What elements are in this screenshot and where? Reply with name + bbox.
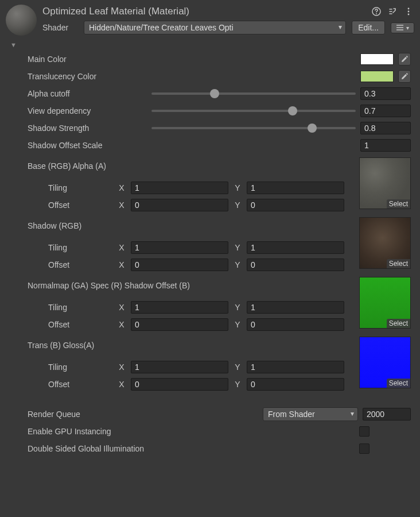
view-dependency-slider[interactable] xyxy=(151,110,356,112)
shadow-offset-scale-field[interactable] xyxy=(360,139,411,152)
inspector-header: Optimized Leaf Material (Material) Shade… xyxy=(2,2,418,37)
preset-icon[interactable] xyxy=(387,6,398,17)
x-label: X xyxy=(117,243,126,252)
svg-point-3 xyxy=(408,11,410,13)
offset-label: Offset xyxy=(9,200,112,210)
texture-section: Trans (B) Gloss(A) Tiling X Y Offset X Y… xyxy=(9,337,411,393)
view-dependency-field[interactable] xyxy=(360,105,411,117)
eyedropper-icon[interactable] xyxy=(398,70,411,83)
offset-x-field[interactable] xyxy=(131,378,228,391)
shadow-offset-scale-row: Shadow Offset Scale xyxy=(9,137,411,154)
texture-thumbnail[interactable]: Select xyxy=(359,157,411,209)
texture-name-label: Shadow (RGB) xyxy=(9,221,81,230)
tiling-x-field[interactable] xyxy=(131,182,228,194)
properties-body: Main Color Translucency Color Alpha cuto… xyxy=(2,49,418,458)
shader-label: Shader xyxy=(42,23,78,32)
shader-dropdown[interactable]: Hidden/Nature/Tree Creator Leaves Opti xyxy=(84,21,346,34)
y-label: Y xyxy=(233,243,242,252)
main-color-row: Main Color xyxy=(9,51,411,68)
offset-x-field[interactable] xyxy=(131,318,228,331)
offset-label: Offset xyxy=(9,260,112,269)
tiling-x-field[interactable] xyxy=(131,361,228,373)
offset-x-field[interactable] xyxy=(131,199,228,211)
offset-y-field[interactable] xyxy=(247,199,344,211)
texture-name-label: Normalmap (GA) Spec (R) Shadow Offset (B… xyxy=(9,281,190,290)
y-label: Y xyxy=(233,183,242,192)
tiling-y-field[interactable] xyxy=(247,301,344,314)
alpha-cutoff-row: Alpha cutoff xyxy=(9,85,411,102)
tiling-label: Tiling xyxy=(9,243,112,252)
texture-section: Normalmap (GA) Spec (R) Shadow Offset (B… xyxy=(9,277,411,333)
x-label: X xyxy=(117,320,126,329)
select-label: Select xyxy=(387,259,410,268)
y-label: Y xyxy=(233,362,242,372)
offset-label: Offset xyxy=(9,380,112,389)
tiling-y-field[interactable] xyxy=(247,241,344,254)
tiling-x-field[interactable] xyxy=(131,301,228,314)
foldout-toggle[interactable]: ▼ xyxy=(10,41,17,48)
main-color-label: Main Color xyxy=(9,55,147,64)
texture-name-label: Base (RGB) Alpha (A) xyxy=(9,161,106,171)
shadow-strength-field[interactable] xyxy=(360,122,411,134)
texture-section: Base (RGB) Alpha (A) Tiling X Y Offset X… xyxy=(9,157,411,214)
material-title: Optimized Leaf Material (Material) xyxy=(42,6,366,17)
edit-shader-button[interactable]: Edit... xyxy=(352,21,385,34)
texture-name-label: Trans (B) Gloss(A) xyxy=(9,341,94,350)
texture-thumbnail[interactable]: Select xyxy=(359,217,411,269)
menu-icon[interactable] xyxy=(403,6,414,17)
header-main: Optimized Leaf Material (Material) Shade… xyxy=(42,6,414,34)
select-label: Select xyxy=(387,199,410,209)
dsgi-row: Double Sided Global Illumination xyxy=(9,440,411,457)
tiling-label: Tiling xyxy=(9,183,112,192)
help-icon[interactable] xyxy=(371,6,382,17)
alpha-cutoff-slider[interactable] xyxy=(151,92,356,95)
material-preview-sphere[interactable] xyxy=(6,5,37,36)
render-queue-label: Render Queue xyxy=(9,410,147,419)
tiling-label: Tiling xyxy=(9,303,112,312)
gpu-instancing-label: Enable GPU Instancing xyxy=(9,427,355,436)
tiling-label: Tiling xyxy=(9,362,112,372)
eyedropper-icon[interactable] xyxy=(398,53,411,65)
render-queue-field[interactable] xyxy=(363,408,411,420)
y-label: Y xyxy=(233,380,242,389)
x-label: X xyxy=(117,303,126,312)
material-inspector: Optimized Leaf Material (Material) Shade… xyxy=(0,0,420,464)
tiling-x-field[interactable] xyxy=(131,241,228,254)
main-color-swatch[interactable] xyxy=(360,53,394,65)
alpha-cutoff-field[interactable] xyxy=(360,87,411,100)
dsgi-label: Double Sided Global Illumination xyxy=(9,444,355,453)
svg-point-2 xyxy=(408,8,410,10)
select-label: Select xyxy=(387,319,410,328)
svg-point-1 xyxy=(376,13,377,14)
texture-thumbnail[interactable]: Select xyxy=(359,337,411,388)
render-queue-dropdown[interactable]: From Shader xyxy=(263,407,358,421)
dsgi-checkbox[interactable] xyxy=(359,443,370,454)
translucency-color-row: Translucency Color xyxy=(9,68,411,85)
x-label: X xyxy=(117,183,126,192)
svg-point-4 xyxy=(408,14,410,16)
view-dependency-label: View dependency xyxy=(9,106,147,115)
texture-section: Shadow (RGB) Tiling X Y Offset X Y Selec… xyxy=(9,217,411,273)
texture-thumbnail[interactable]: Select xyxy=(359,277,411,329)
offset-x-field[interactable] xyxy=(131,258,228,271)
gpu-instancing-checkbox[interactable] xyxy=(359,426,370,437)
tiling-y-field[interactable] xyxy=(247,361,344,373)
render-queue-row: Render Queue From Shader xyxy=(9,406,411,423)
shadow-strength-row: Shadow Strength xyxy=(9,119,411,137)
x-label: X xyxy=(117,380,126,389)
shadow-offset-scale-label: Shadow Offset Scale xyxy=(9,141,147,150)
view-dependency-row: View dependency xyxy=(9,102,411,119)
tiling-y-field[interactable] xyxy=(247,182,344,194)
alpha-cutoff-label: Alpha cutoff xyxy=(9,89,147,98)
offset-y-field[interactable] xyxy=(247,258,344,271)
y-label: Y xyxy=(233,260,242,269)
y-label: Y xyxy=(233,320,242,329)
y-label: Y xyxy=(233,200,242,210)
offset-y-field[interactable] xyxy=(247,378,344,391)
shader-options-button[interactable]: ▾ xyxy=(391,22,414,33)
shadow-strength-label: Shadow Strength xyxy=(9,124,147,133)
shadow-strength-slider[interactable] xyxy=(151,127,356,129)
x-label: X xyxy=(117,260,126,269)
offset-y-field[interactable] xyxy=(247,318,344,331)
translucency-color-swatch[interactable] xyxy=(360,71,394,82)
